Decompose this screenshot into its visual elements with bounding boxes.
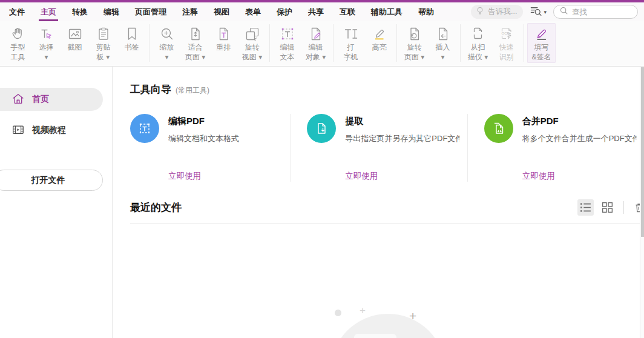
bookmark-tool-button[interactable]: 书签 [117,23,146,63]
tab-edit[interactable]: 编辑 [96,2,127,21]
ribbon-group-comment: 打字机 高亮 [337,23,393,63]
insert-pages-tool-button[interactable]: 插入▾ [429,23,457,63]
card-extract[interactable]: 提取 导出指定页并另存为其它PDF文件 立即使用 [290,114,467,182]
typewriter-tool-button[interactable]: 打字机 [337,23,365,63]
tool-label: 适合页面 ▾ [185,43,205,62]
tool-label: 高亮 [372,43,387,53]
edit-object-icon [308,25,324,43]
highlight-tool-button[interactable]: 高亮 [365,23,393,63]
find-box[interactable] [553,5,638,19]
sidebar-item-label: 首页 [32,94,49,105]
snapshot-tool-button[interactable]: 截图 [61,23,89,63]
tab-file[interactable]: 文件 [1,2,33,21]
list-view-button[interactable] [577,199,594,216]
zoom-tool-button[interactable]: 缩放▾ [153,23,181,63]
hand-icon [10,25,26,43]
search-icon [559,6,568,18]
tab-convert[interactable]: 转换 [64,2,96,21]
tool-label: 手型工具 [11,43,25,62]
vertical-scrollbar[interactable] [640,67,644,338]
tell-me-label: 告诉我... [488,7,518,17]
tool-label: 书签 [125,43,139,53]
tab-connect[interactable]: 互联 [332,2,363,21]
empty-state-sparkle-small: + [360,305,366,317]
fill-sign-tool-button[interactable]: 填写&签名 [527,23,556,63]
tab-accessibility[interactable]: 辅助工具 [363,2,410,21]
use-now-link[interactable]: 立即使用 [345,171,459,182]
sidebar-item-home[interactable]: 首页 [0,88,103,111]
open-file-button[interactable]: 打开文件 [0,170,103,191]
recent-files-divider [130,223,644,224]
tool-label: 重排 [217,43,231,53]
tab-view[interactable]: 视图 [206,2,237,21]
reflow-tool-button[interactable]: 重排 [209,23,238,63]
app-window: 文件 主页 转换 编辑 页面管理 注释 视图 表单 保护 共享 互联 辅助工具 … [0,0,644,338]
fit-page-tool-button[interactable]: 适合页面 ▾ [181,23,209,63]
merge-pdf-icon [484,114,513,143]
tool-label: 缩放▾ [160,43,174,62]
tab-home[interactable]: 主页 [33,2,64,21]
bookmark-icon [124,25,140,43]
tab-protect[interactable]: 保护 [269,2,300,21]
app-body: 首页 视频教程 打开文件 工具向导 (常用工具) 编辑PDF 编辑文档和文本格式 [0,67,644,338]
scrollbar-thumb[interactable] [641,67,644,237]
select-tool-button[interactable]: 选择▾ [32,23,61,63]
main-content: 工具向导 (常用工具) 编辑PDF 编辑文档和文本格式 立即使用 提取 [112,67,644,338]
tab-form[interactable]: 表单 [237,2,269,21]
tab-share[interactable]: 共享 [300,2,332,21]
find-input[interactable] [572,8,632,16]
ribbon-separator [396,24,397,62]
tool-label: 编辑文本 [280,43,295,62]
ribbon-separator [149,24,150,62]
tool-label: 从扫描仪 ▾ [468,43,488,62]
card-description: 导出指定页并另存为其它PDF文件 [345,133,459,144]
reflow-icon [216,25,232,43]
edit-text-icon [280,25,295,43]
tools-section-subtitle: (常用工具) [176,85,209,96]
ribbon-group-sign: 填写&签名 [527,23,556,63]
edit-text-tool-button[interactable]: 编辑文本 [273,23,301,63]
use-now-link[interactable]: 立即使用 [168,171,239,182]
hand-tool-button[interactable]: 手型工具 [4,23,32,63]
snapshot-icon [67,25,83,43]
chevron-down-icon: ▾ [544,9,547,15]
tab-help[interactable]: 帮助 [410,2,442,21]
use-now-link[interactable]: 立即使用 [522,171,637,182]
clipboard-tool-button[interactable]: 剪贴板 ▾ [89,23,117,63]
sidebar-item-video-tutorials[interactable]: 视频教程 [0,119,112,142]
from-scanner-tool-button[interactable]: 从扫描仪 ▾ [464,23,492,63]
card-merge-pdf[interactable]: 合并PDF 将多个文件合并生成一个PDF文件 立即使用 [467,114,644,182]
empty-state-document [354,334,396,338]
tab-comment[interactable]: 注释 [174,2,206,21]
edit-pdf-icon [130,114,159,143]
home-icon [12,92,25,107]
tell-me-button[interactable]: 告诉我... [471,5,524,19]
tool-label: 旋转视图 ▾ [242,43,262,62]
zoom-icon [159,25,175,43]
menu-tabs: 文件 主页 转换 编辑 页面管理 注释 视图 表单 保护 共享 互联 辅助工具 … [1,2,442,21]
card-title: 编辑PDF [168,116,239,127]
edit-object-tool-button[interactable]: 编辑对象 ▾ [301,23,330,63]
ribbon-group-scan: 从扫描仪 ▾ OCR 快速识别 [464,23,521,63]
advanced-search-button[interactable]: ▾ [528,4,548,19]
menubar-right: 告诉我... ▾ [471,4,638,19]
clipboard-icon [96,25,111,43]
tool-label: 选择▾ [39,43,54,62]
ribbon-separator [269,24,270,62]
ocr-icon: OCR [499,25,514,43]
ribbon-group-edit: 编辑文本 编辑对象 ▾ [273,23,330,63]
lightbulb-icon [475,5,485,18]
tool-label: 插入▾ [436,43,450,62]
grid-view-button[interactable] [599,199,616,216]
recent-files-title: 最近的文件 [130,200,182,214]
rotate-pages-tool-button[interactable]: 旋转页面 ▾ [400,23,429,63]
rotate-view-tool-button[interactable]: 旋转视图 ▾ [238,23,266,63]
card-body: 合并PDF 将多个文件合并生成一个PDF文件 立即使用 [522,114,637,182]
tool-label: 剪贴板 ▾ [96,43,111,62]
card-edit-pdf[interactable]: 编辑PDF 编辑文档和文本格式 立即使用 [130,114,290,182]
tab-page-manage[interactable]: 页面管理 [127,2,174,21]
scanner-icon [470,25,486,43]
highlighter-icon [372,25,387,43]
tool-label: 旋转页面 ▾ [404,43,424,62]
quick-ocr-tool-button[interactable]: OCR 快速识别 [492,23,521,63]
